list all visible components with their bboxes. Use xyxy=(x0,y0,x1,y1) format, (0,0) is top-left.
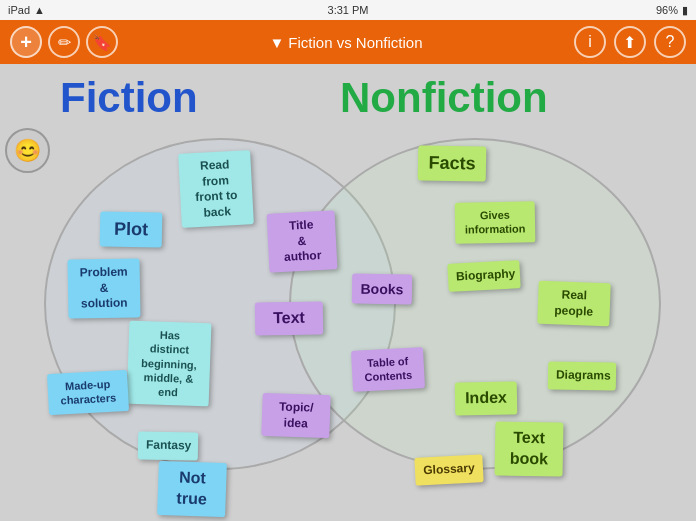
note-fantasy[interactable]: Fantasy xyxy=(138,431,198,460)
nonfiction-title: Nonfiction xyxy=(340,74,548,122)
toolbar: + ✏ 🔖 ▼ Fiction vs Nonfiction i ⬆ ? xyxy=(0,20,696,64)
note-real-people[interactable]: Real people xyxy=(537,281,610,327)
note-fantasy-text: Fantasy xyxy=(146,438,192,453)
note-plot[interactable]: Plot xyxy=(100,211,163,247)
note-topic-idea-text: Topic/ idea xyxy=(279,399,314,430)
note-table-of-contents-text: Table of Contents xyxy=(364,355,412,384)
battery-text: 96% xyxy=(656,4,678,16)
note-title-author[interactable]: Title & author xyxy=(267,210,338,272)
info-icon: i xyxy=(588,33,592,51)
note-glossary-text: Glossary xyxy=(423,461,475,478)
note-has-distinct[interactable]: Has distinct beginning, middle, & end xyxy=(127,321,212,407)
note-table-of-contents[interactable]: Table of Contents xyxy=(351,347,425,391)
note-read-front-text: Read from front to back xyxy=(195,157,238,219)
help-button[interactable]: ? xyxy=(654,26,686,58)
note-read-front[interactable]: Read from front to back xyxy=(178,150,254,228)
avatar: 😊 xyxy=(5,128,50,173)
note-topic-idea[interactable]: Topic/ idea xyxy=(261,393,330,439)
bookmark-button[interactable]: 🔖 xyxy=(86,26,118,58)
battery-icon: ▮ xyxy=(682,4,688,17)
note-not-true[interactable]: Not true xyxy=(157,461,227,517)
note-diagrams[interactable]: Diagrams xyxy=(548,361,616,390)
note-index[interactable]: Index xyxy=(455,381,518,415)
share-button[interactable]: ⬆ xyxy=(614,26,646,58)
note-books-text: Books xyxy=(360,281,403,298)
note-diagrams-text: Diagrams xyxy=(556,368,611,383)
add-icon: + xyxy=(20,31,32,54)
note-problem-solution[interactable]: Problem & solution xyxy=(67,258,140,318)
note-facts-text: Facts xyxy=(428,153,475,174)
status-time: 3:31 PM xyxy=(328,4,369,16)
note-plot-text: Plot xyxy=(114,219,148,240)
status-right: 96% ▮ xyxy=(656,4,688,17)
note-books[interactable]: Books xyxy=(352,273,413,304)
note-biography-text: Biography xyxy=(456,266,516,283)
note-not-true-text: Not true xyxy=(176,469,207,508)
note-made-up[interactable]: Made-up characters xyxy=(47,370,129,415)
info-button[interactable]: i xyxy=(574,26,606,58)
main-content: Fiction Nonfiction 😊 Read from front to … xyxy=(0,64,696,521)
note-text[interactable]: Text xyxy=(255,301,324,335)
dropdown-arrow-icon: ▼ xyxy=(269,34,284,51)
pencil-icon: ✏ xyxy=(58,33,71,52)
toolbar-title: Fiction vs Nonfiction xyxy=(288,34,422,51)
bookmark-icon: 🔖 xyxy=(92,33,112,52)
toolbar-title-area: ▼ Fiction vs Nonfiction xyxy=(269,34,422,51)
carrier-text: iPad xyxy=(8,4,30,16)
toolbar-right: i ⬆ ? xyxy=(574,26,686,58)
edit-button[interactable]: ✏ xyxy=(48,26,80,58)
note-text-text: Text xyxy=(273,309,305,327)
add-button[interactable]: + xyxy=(10,26,42,58)
note-has-distinct-text: Has distinct beginning, middle, & end xyxy=(141,329,197,399)
note-textbook-text: Text book xyxy=(510,429,549,467)
help-icon: ? xyxy=(666,33,675,51)
status-left: iPad ▲ xyxy=(8,4,45,16)
note-facts[interactable]: Facts xyxy=(418,145,487,182)
note-made-up-text: Made-up characters xyxy=(60,378,116,407)
wifi-icon: ▲ xyxy=(34,4,45,16)
note-title-author-text: Title & author xyxy=(284,217,322,264)
note-textbook[interactable]: Text book xyxy=(495,421,564,476)
note-gives-information[interactable]: Gives information xyxy=(455,201,536,243)
share-icon: ⬆ xyxy=(623,33,636,52)
note-index-text: Index xyxy=(465,389,507,407)
toolbar-left: + ✏ 🔖 xyxy=(10,26,118,58)
note-biography[interactable]: Biography xyxy=(447,260,520,291)
note-glossary[interactable]: Glossary xyxy=(414,454,483,485)
note-problem-solution-text: Problem & solution xyxy=(80,265,128,311)
note-gives-information-text: Gives information xyxy=(465,209,526,236)
fiction-title: Fiction xyxy=(60,74,198,122)
note-real-people-text: Real people xyxy=(554,288,593,319)
status-bar: iPad ▲ 3:31 PM 96% ▮ xyxy=(0,0,696,20)
